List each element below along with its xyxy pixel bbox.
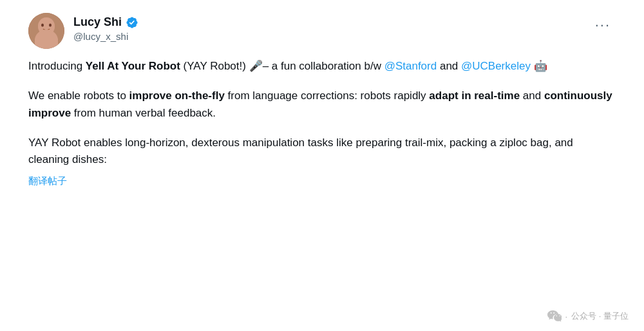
svg-point-4	[49, 24, 52, 27]
svg-point-3	[41, 24, 44, 27]
avatar[interactable]	[28, 13, 64, 49]
tweet-body: Introducing Yell At Your Robot (YAY Robo…	[28, 58, 616, 187]
mention-stanford[interactable]: @Stanford	[384, 60, 437, 72]
user-name: Lucy Shi	[73, 15, 122, 30]
watermark-text: 公众号 · 量子位	[571, 310, 629, 322]
user-name-row: Lucy Shi	[73, 15, 590, 30]
svg-rect-6	[35, 39, 58, 49]
verified-badge-icon	[126, 16, 138, 29]
wechat-icon	[547, 309, 562, 323]
watermark: · 公众号 · 量子位	[547, 309, 629, 323]
tweet-paragraph-2: We enable robots to improve on-the-fly f…	[28, 88, 616, 122]
user-info: Lucy Shi @lucy_x_shi	[73, 13, 590, 42]
tweet-header: Lucy Shi @lucy_x_shi ···	[28, 13, 616, 49]
tweet-paragraph-1: Introducing Yell At Your Robot (YAY Robo…	[28, 58, 616, 75]
translate-link[interactable]: 翻译帖子	[28, 175, 67, 187]
user-handle: @lucy_x_shi	[73, 31, 590, 42]
watermark-separator: ·	[565, 312, 568, 321]
more-options-button[interactable]: ···	[590, 14, 616, 36]
mention-ucberkeley[interactable]: @UCBerkeley	[461, 60, 531, 72]
tweet-paragraph-3: YAY Robot enables long-horizon, dexterou…	[28, 135, 616, 169]
tweet-card: Lucy Shi @lucy_x_shi ··· Introducing Yel…	[13, 0, 631, 198]
